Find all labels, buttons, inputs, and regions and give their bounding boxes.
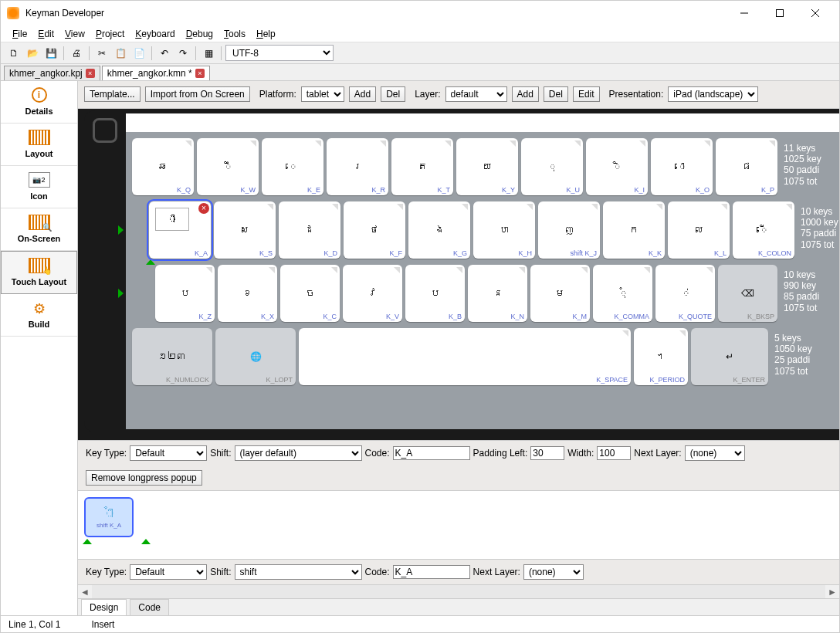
padding-input[interactable] xyxy=(530,446,564,460)
key-k_m[interactable]: មK_M xyxy=(530,265,590,322)
nextlayer-select[interactable]: (none) xyxy=(523,564,584,580)
key-k_k[interactable]: កK_K xyxy=(603,201,665,259)
key-k_period[interactable]: ។K_PERIOD xyxy=(634,328,688,385)
copy-icon[interactable]: 📋 xyxy=(112,45,129,62)
key-k_numlock[interactable]: ១២៣K_NUMLOCK xyxy=(132,328,212,385)
key-k_y[interactable]: យK_Y xyxy=(456,138,518,195)
print-icon[interactable]: 🖨 xyxy=(68,45,85,62)
layer-add-button[interactable]: Add xyxy=(512,86,539,102)
key-k_lopt[interactable]: 🌐K_LOPT xyxy=(215,328,296,385)
tab-close-icon[interactable]: × xyxy=(86,69,95,78)
key-k_x[interactable]: ខK_X xyxy=(218,265,277,322)
remove-longpress-button[interactable]: Remove longpress popup xyxy=(86,470,202,486)
key-k_n[interactable]: នK_N xyxy=(468,265,527,322)
template-button[interactable]: Template... xyxy=(84,86,141,102)
longpress-key[interactable]: ាំ shift K_A xyxy=(84,497,134,537)
key-k_f[interactable]: ថK_F xyxy=(344,201,405,259)
key-k_s[interactable]: សK_S xyxy=(214,201,276,259)
shift-select[interactable]: (layer default) xyxy=(235,445,362,461)
tab-kmn[interactable]: khmer_angkor.kmn *× xyxy=(102,66,210,80)
menu-edit[interactable]: Edit xyxy=(32,29,59,39)
code-input[interactable] xyxy=(393,565,470,579)
keytype-select[interactable]: Default xyxy=(130,564,207,580)
close-button[interactable] xyxy=(798,1,833,25)
platform-add-button[interactable]: Add xyxy=(349,86,376,102)
key-k_l[interactable]: លK_L xyxy=(668,201,730,259)
tab-kpj[interactable]: khmer_angkor.kpj× xyxy=(4,66,100,80)
menu-keyboard[interactable]: Keyboard xyxy=(130,29,180,39)
key-k_g[interactable]: ងK_G xyxy=(408,201,470,259)
key-k_r[interactable]: រK_R xyxy=(327,138,388,195)
key-k_a[interactable]: K_A×ា xyxy=(149,201,211,259)
layer-select[interactable]: default xyxy=(445,86,507,102)
presentation-select[interactable]: iPad (landscape) xyxy=(668,86,758,102)
menu-view[interactable]: View xyxy=(59,29,90,39)
maximize-button[interactable] xyxy=(762,1,798,25)
key-k_z[interactable]: បK_Z xyxy=(155,265,215,322)
key-k_w[interactable]: ឹK_W xyxy=(197,138,259,195)
platform-del-button[interactable]: Del xyxy=(381,86,405,102)
scroll-left-icon[interactable]: ◄ xyxy=(78,585,92,598)
save-icon[interactable]: 💾 xyxy=(42,45,59,62)
layer-edit-button[interactable]: Edit xyxy=(573,86,600,102)
code-input[interactable] xyxy=(393,446,470,460)
add-row-marker-icon[interactable] xyxy=(146,259,155,265)
menu-debug[interactable]: Debug xyxy=(181,29,218,39)
open-icon[interactable]: 📂 xyxy=(24,45,41,62)
tab-close-icon[interactable]: × xyxy=(195,69,205,78)
menu-tools[interactable]: Tools xyxy=(218,29,251,39)
key-k_comma[interactable]: ុំK_COMMA xyxy=(593,265,652,322)
scroll-right-icon[interactable]: ► xyxy=(825,585,839,598)
horizontal-scrollbar[interactable]: ◄ ► xyxy=(78,584,839,598)
key-k_enter[interactable]: ↵K_ENTER xyxy=(691,328,768,385)
key-delete-icon[interactable]: × xyxy=(198,203,209,214)
nav-touchlayout[interactable]: 👆Touch Layout xyxy=(1,251,77,294)
menu-file[interactable]: File xyxy=(7,29,32,39)
nav-onscreen[interactable]: 🔍On-Screen xyxy=(1,208,77,251)
menu-help[interactable]: Help xyxy=(251,29,281,39)
nav-icon[interactable]: 📷2Icon xyxy=(1,166,77,208)
add-row-marker-icon[interactable] xyxy=(118,225,124,235)
key-k_o[interactable]: ោK_O xyxy=(651,138,713,195)
key-k_colon[interactable]: ើK_COLON xyxy=(733,201,794,259)
key-k_space[interactable]: K_SPACE xyxy=(299,328,631,385)
width-input[interactable] xyxy=(597,446,631,460)
key-k_t[interactable]: តK_T xyxy=(391,138,453,195)
nav-build[interactable]: ⚙Build xyxy=(1,294,77,337)
key-k_d[interactable]: ដK_D xyxy=(279,201,340,259)
code-tab[interactable]: Code xyxy=(130,599,169,615)
key-k_p[interactable]: ផK_P xyxy=(716,138,777,195)
add-row-marker-icon[interactable] xyxy=(118,289,124,298)
key-shift k_j[interactable]: ញshift K_J xyxy=(538,201,600,259)
platform-select[interactable]: tablet xyxy=(301,86,344,102)
add-marker-icon[interactable] xyxy=(141,539,151,544)
key-k_v[interactable]: វK_V xyxy=(343,265,402,322)
key-k_h[interactable]: ហK_H xyxy=(473,201,535,259)
paste-icon[interactable]: 📄 xyxy=(130,45,147,62)
key-k_u[interactable]: ុK_U xyxy=(521,138,583,195)
new-icon[interactable]: 🗋 xyxy=(5,45,22,62)
run-icon[interactable]: ▦ xyxy=(200,45,217,62)
import-button[interactable]: Import from On Screen xyxy=(145,86,250,102)
minimize-button[interactable] xyxy=(727,1,762,25)
nextlayer-select[interactable]: (none) xyxy=(685,445,745,461)
key-k_i[interactable]: ិK_I xyxy=(586,138,648,195)
key-k_q[interactable]: ឆK_Q xyxy=(132,138,194,195)
layer-del-button[interactable]: Del xyxy=(544,86,568,102)
key-k_c[interactable]: ចK_C xyxy=(280,265,340,322)
key-k_b[interactable]: បK_B xyxy=(405,265,465,322)
key-k_quote[interactable]: ់K_QUOTE xyxy=(655,265,715,322)
nav-details[interactable]: iDetails xyxy=(1,81,77,124)
redo-icon[interactable]: ↷ xyxy=(174,45,191,62)
cut-icon[interactable]: ✂ xyxy=(93,45,110,62)
encoding-select[interactable]: UTF-8 xyxy=(225,45,334,61)
menu-project[interactable]: Project xyxy=(90,29,130,39)
key-k_e[interactable]: េK_E xyxy=(262,138,323,195)
add-marker-icon[interactable] xyxy=(83,539,92,544)
design-tab[interactable]: Design xyxy=(81,599,127,615)
keytype-select[interactable]: Default xyxy=(130,445,207,461)
shift-select[interactable]: shift xyxy=(235,564,362,580)
nav-layout[interactable]: Layout xyxy=(1,124,77,166)
key-k_bksp[interactable]: ⌫K_BKSP xyxy=(718,265,777,322)
undo-icon[interactable]: ↶ xyxy=(156,45,173,62)
